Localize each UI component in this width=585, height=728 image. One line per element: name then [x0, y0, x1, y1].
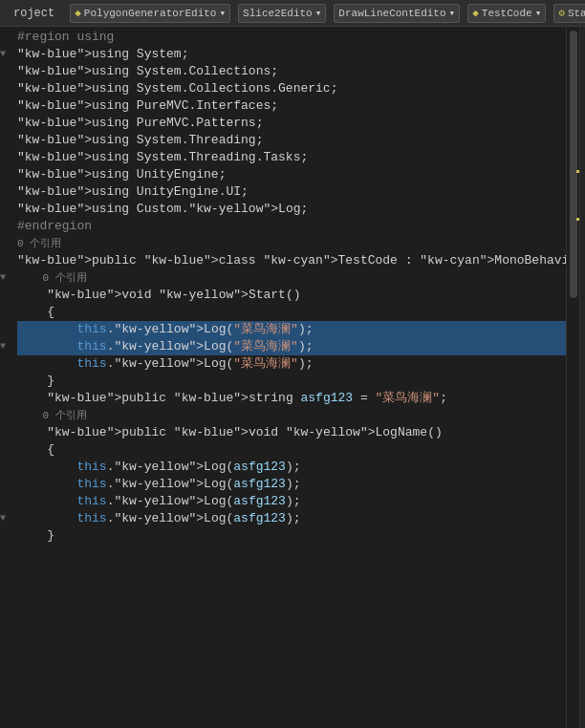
code-line: this."kw-yellow">Log(asfg123); [17, 459, 566, 476]
polygon-icon: ◆ [75, 7, 81, 19]
polygon-arrow: ▾ [219, 7, 226, 19]
code-line: "kw-blue">using Custom."kw-yellow">Log; [17, 201, 566, 218]
code-line: "kw-blue">public "kw-blue">string asfg12… [17, 390, 566, 407]
fold-indicator [0, 132, 13, 149]
fold-indicator[interactable]: ▼ [0, 510, 13, 527]
fold-indicator [0, 80, 13, 97]
fold-indicator [0, 321, 13, 338]
code-line: 0 个引用 [17, 235, 566, 252]
code-area[interactable]: #region using"kw-blue">using System;"kw-… [13, 27, 566, 728]
testcode-dropdown[interactable]: ◆ TestCode ▾ [467, 4, 546, 23]
code-line: "kw-blue">using UnityEngine; [17, 166, 566, 183]
fold-indicator [0, 201, 13, 218]
fold-indicator [0, 218, 13, 235]
fold-indicator [0, 613, 13, 631]
fold-column: ▼▼▼▼ [0, 27, 13, 728]
fold-indicator[interactable]: ▼ [0, 338, 13, 355]
code-line: } [17, 527, 566, 545]
code-line: this."kw-yellow">Log(asfg123); [17, 476, 566, 493]
fold-indicator [0, 63, 13, 80]
start-label: Start() [568, 8, 585, 19]
code-line: this."kw-yellow">Log("菜鸟海澜"); [17, 355, 566, 373]
fold-indicator [0, 407, 13, 424]
code-line: #region using [17, 29, 566, 46]
fold-indicator [0, 235, 13, 252]
fold-indicator [0, 373, 13, 390]
code-line: "kw-blue">void "kw-yellow">Start() [17, 287, 566, 304]
slice-label: Slice2Edito [243, 8, 313, 19]
fold-indicator [0, 476, 13, 493]
fold-indicator [0, 545, 13, 562]
fold-indicator [0, 149, 13, 166]
code-line: "kw-blue">using System.Threading.Tasks; [17, 149, 566, 166]
testcode-label: TestCode [482, 8, 532, 19]
minimap [579, 27, 585, 728]
fold-indicator [0, 287, 13, 304]
fold-indicator [0, 390, 13, 407]
code-line: this."kw-yellow">Log("菜鸟海澜"); [17, 338, 566, 355]
code-line: "kw-blue">using System.Collections.Gener… [17, 80, 566, 97]
code-line: "kw-blue">using System; [17, 46, 566, 63]
fold-indicator [0, 493, 13, 510]
code-line: this."kw-yellow">Log("菜鸟海澜"); [17, 321, 566, 338]
project-tab[interactable]: roject [6, 5, 62, 22]
testcode-icon: ◆ [472, 7, 479, 19]
slice-dropdown[interactable]: Slice2Edito ▾ [238, 4, 326, 23]
fold-indicator [0, 596, 13, 613]
fold-indicator[interactable]: ▼ [0, 46, 13, 63]
code-line: { [17, 441, 566, 459]
code-line: #endregion [17, 218, 566, 235]
code-line: 0 个引用 [17, 269, 566, 287]
code-line: "kw-blue">using System.Threading; [17, 132, 566, 149]
polygon-dropdown[interactable]: ◆ PolygonGeneratorEdito ▾ [70, 4, 230, 23]
fold-indicator [0, 304, 13, 321]
editor-container: ▼▼▼▼ #region using"kw-blue">using System… [0, 27, 585, 728]
fold-indicator[interactable]: ▼ [0, 269, 13, 287]
scrollbar-thumb[interactable] [570, 31, 577, 298]
fold-indicator [0, 166, 13, 183]
start-icon: ⚙ [558, 7, 565, 19]
code-line: "kw-blue">using PureMVC.Patterns; [17, 115, 566, 132]
fold-indicator [0, 441, 13, 459]
code-line: } [17, 373, 566, 390]
drawline-arrow: ▾ [449, 7, 456, 19]
fold-indicator [0, 579, 13, 596]
scrollbar-marker-2 [576, 218, 579, 221]
top-bar: roject ◆ PolygonGeneratorEdito ▾ Slice2E… [0, 0, 585, 27]
scrollbar-marker-1 [576, 170, 579, 173]
fold-indicator [0, 97, 13, 115]
start-dropdown[interactable]: ⚙ Start() ▾ [553, 4, 585, 23]
fold-indicator [0, 424, 13, 441]
fold-indicator [0, 527, 13, 545]
fold-indicator [0, 355, 13, 373]
fold-indicator [0, 115, 13, 132]
scrollbar[interactable] [566, 27, 579, 728]
polygon-label: PolygonGeneratorEdito [84, 8, 217, 19]
fold-indicator [0, 562, 13, 579]
code-line: "kw-blue">using UnityEngine.UI; [17, 183, 566, 201]
code-line: "kw-blue">using PureMVC.Interfaces; [17, 97, 566, 115]
code-line: this."kw-yellow">Log(asfg123); [17, 493, 566, 510]
fold-indicator [0, 183, 13, 201]
testcode-arrow: ▾ [535, 7, 542, 19]
code-line: "kw-blue">public "kw-blue">void "kw-yell… [17, 424, 566, 441]
code-line: 0 个引用 [17, 407, 566, 424]
drawline-dropdown[interactable]: DrawLineContEdito ▾ [334, 4, 460, 23]
code-line: this."kw-yellow">Log(asfg123); [17, 510, 566, 527]
code-line: "kw-blue">using System.Collections; [17, 63, 566, 80]
slice-arrow: ▾ [315, 7, 322, 19]
code-line: { [17, 304, 566, 321]
fold-indicator [0, 459, 13, 476]
fold-indicator [0, 252, 13, 269]
code-line: "kw-blue">public "kw-blue">class "kw-cya… [17, 252, 566, 269]
drawline-label: DrawLineContEdito [338, 8, 445, 19]
fold-indicator [0, 29, 13, 46]
